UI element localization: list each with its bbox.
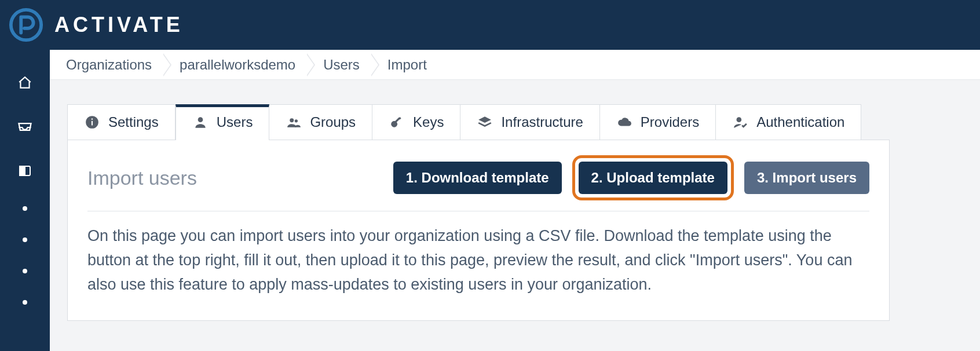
key-icon	[389, 114, 405, 130]
breadcrumb: Organizations parallelworksdemo Users Im…	[50, 50, 980, 80]
download-template-button[interactable]: 1. Download template	[393, 162, 562, 194]
tabs: Settings Users Groups	[67, 104, 980, 140]
tab-label: Users	[217, 114, 253, 130]
home-icon[interactable]	[16, 74, 34, 92]
breadcrumb-item-users[interactable]: Users	[315, 50, 379, 80]
svg-point-6	[198, 117, 203, 122]
sidebar-dot[interactable]	[23, 206, 27, 211]
tab-authentication[interactable]: Authentication	[716, 104, 861, 140]
tab-groups[interactable]: Groups	[269, 104, 372, 140]
sidebar-dot[interactable]	[23, 237, 27, 242]
tab-label: Groups	[310, 114, 356, 130]
user-check-icon	[732, 114, 748, 130]
svg-point-12	[737, 117, 742, 122]
sidebar	[0, 50, 50, 351]
inbox-icon[interactable]	[16, 118, 34, 136]
layers-icon	[477, 114, 493, 130]
svg-point-0	[11, 10, 41, 40]
group-icon	[286, 114, 302, 130]
breadcrumb-item-import[interactable]: Import	[379, 50, 447, 80]
user-icon	[192, 114, 209, 130]
breadcrumb-label: Users	[323, 57, 360, 73]
import-users-button[interactable]: 3. Import users	[744, 162, 869, 194]
svg-point-7	[290, 118, 294, 122]
brand-title: ACTIVATE	[54, 13, 184, 37]
sidebar-dot[interactable]	[23, 300, 27, 305]
svg-rect-5	[92, 119, 93, 120]
tab-infrastructure[interactable]: Infrastructure	[460, 104, 599, 140]
brand: ACTIVATE	[8, 7, 184, 43]
upload-template-highlight: 2. Upload template	[572, 155, 734, 200]
svg-rect-2	[20, 166, 25, 176]
tab-label: Authentication	[756, 114, 844, 130]
upload-template-button[interactable]: 2. Upload template	[579, 162, 727, 194]
tab-settings[interactable]: Settings	[67, 104, 175, 140]
tab-users[interactable]: Users	[175, 104, 270, 140]
panel-icon[interactable]	[16, 162, 34, 180]
panel-import-users: Import users 1. Download template 2. Upl…	[67, 140, 890, 321]
cloud-icon	[616, 114, 632, 130]
breadcrumb-item-org[interactable]: parallelworksdemo	[171, 50, 315, 80]
top-bar: ACTIVATE	[0, 0, 980, 50]
page-title: Import users	[87, 167, 197, 189]
svg-rect-4	[92, 121, 93, 126]
svg-point-8	[295, 119, 298, 122]
tab-keys[interactable]: Keys	[372, 104, 460, 140]
breadcrumb-item-organizations[interactable]: Organizations	[66, 50, 171, 80]
breadcrumb-label: Import	[387, 57, 427, 73]
sidebar-dot[interactable]	[23, 269, 27, 273]
tab-label: Keys	[413, 114, 444, 130]
tab-providers[interactable]: Providers	[600, 104, 716, 140]
tab-label: Providers	[641, 114, 699, 130]
brand-logo-icon	[8, 7, 44, 43]
tab-label: Settings	[108, 114, 159, 130]
tab-label: Infrastructure	[501, 114, 583, 130]
breadcrumb-label: parallelworksdemo	[180, 57, 295, 73]
breadcrumb-label: Organizations	[66, 57, 152, 73]
step-buttons: 1. Download template 2. Upload template …	[393, 155, 869, 200]
info-icon	[84, 114, 100, 130]
panel-description: On this page you can import users into y…	[87, 211, 869, 297]
